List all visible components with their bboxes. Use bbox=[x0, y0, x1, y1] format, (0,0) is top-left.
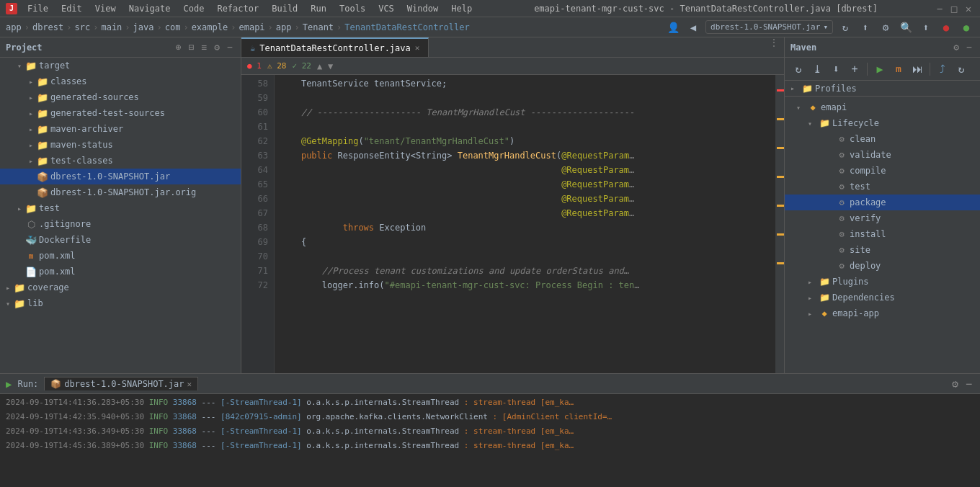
upload-icon[interactable]: ⬆ bbox=[858, 19, 873, 35]
tree-item-coverage[interactable]: ▸ 📁 coverage bbox=[0, 280, 241, 295]
tree-item-classes[interactable]: ▸ 📁 classes bbox=[0, 73, 241, 89]
minimize-button[interactable]: − bbox=[934, 3, 945, 14]
tree-item-gen-sources[interactable]: ▸ 📁 generated-sources bbox=[0, 89, 241, 105]
maven-item-site[interactable]: ⚙ site bbox=[785, 242, 980, 258]
maven-item-dependencies[interactable]: ▸ 📁 Dependencies bbox=[785, 290, 980, 305]
update-icon[interactable]: ⬆ bbox=[918, 19, 934, 35]
tree-item-test[interactable]: ▸ 📁 test bbox=[0, 200, 241, 216]
breadcrumb-tenant[interactable]: Tenant bbox=[303, 22, 334, 32]
tree-item-pomm[interactable]: m pom.xml bbox=[0, 248, 241, 264]
tree-item-gitignore[interactable]: ⬡ .gitignore bbox=[0, 216, 241, 232]
menu-build[interactable]: Build bbox=[266, 2, 303, 15]
nav-up-button[interactable]: ▲ bbox=[317, 61, 322, 71]
maven-item-compile[interactable]: ⚙ compile bbox=[785, 163, 980, 179]
tree-item-pom[interactable]: 📄 pom.xml bbox=[0, 264, 241, 280]
maven-item-deploy[interactable]: ⚙ deploy bbox=[785, 258, 980, 274]
breadcrumb-app2[interactable]: app bbox=[276, 22, 292, 32]
maven-close-icon[interactable]: − bbox=[964, 41, 974, 53]
menu-run[interactable]: Run bbox=[305, 2, 332, 15]
breadcrumb-java[interactable]: java bbox=[133, 22, 154, 32]
code-editor[interactable]: TenantService tenantService; // --------… bbox=[275, 75, 775, 373]
menu-file[interactable]: File bbox=[22, 2, 54, 15]
jar-selector[interactable]: dbrest-1.0-SNAPSHOT.jar ▾ bbox=[705, 20, 833, 34]
breadcrumb-controller[interactable]: TenantDataRestController bbox=[344, 22, 469, 32]
back-icon[interactable]: ◀ bbox=[685, 19, 701, 35]
editor-tab-controller[interactable]: ☕ TenantDataRestController.java ✕ bbox=[241, 37, 429, 57]
maven-item-test[interactable]: ⚙ test bbox=[785, 179, 980, 195]
maven-item-emapi-app[interactable]: ▸ ◆ emapi-app bbox=[785, 305, 980, 321]
settings-icon[interactable]: ⚙ bbox=[212, 41, 222, 53]
breadcrumb-src[interactable]: src bbox=[75, 22, 91, 32]
maven-settings-icon[interactable]: ⚙ bbox=[951, 41, 961, 53]
tree-item-jar2[interactable]: 📦 dbrest-1.0-SNAPSHOT.jar.orig bbox=[0, 184, 241, 200]
gutter-scroll bbox=[775, 75, 784, 373]
menu-code[interactable]: Code bbox=[178, 2, 210, 15]
run-settings-icon[interactable]: ⚙ bbox=[950, 377, 961, 391]
tree-item-maven-archiver[interactable]: ▸ 📁 maven-archiver bbox=[0, 121, 241, 137]
window-title: emapi-tenant-mgr-cust-svc - TenantDataRe… bbox=[479, 4, 932, 14]
breadcrumb-main[interactable]: main bbox=[101, 22, 122, 32]
maven-m-button[interactable]: m bbox=[891, 61, 906, 77]
menu-tools[interactable]: Tools bbox=[334, 2, 371, 15]
tree-item-dockerfile[interactable]: 🐳 Dockerfile bbox=[0, 232, 241, 248]
maven-item-plugins[interactable]: ▸ 📁 Plugins bbox=[785, 274, 980, 290]
java-file-icon: ☕ bbox=[250, 43, 255, 53]
color-icon[interactable]: ● bbox=[938, 19, 954, 35]
maven-nav-button[interactable]: ⤴ bbox=[935, 61, 950, 77]
maven-item-emapi[interactable]: ▾ ◆ emapi bbox=[785, 99, 980, 115]
user-icon[interactable]: 👤 bbox=[665, 19, 681, 35]
search-icon[interactable]: 🔍 bbox=[898, 19, 914, 35]
maven-add-button[interactable]: + bbox=[847, 61, 863, 77]
nav-down-button[interactable]: ▼ bbox=[328, 61, 333, 71]
breadcrumb-dbrest[interactable]: dbrest bbox=[32, 22, 63, 32]
tree-item-lib[interactable]: ▾ 📁 lib bbox=[0, 295, 241, 311]
config-icon[interactable]: ⚙ bbox=[878, 19, 894, 35]
maven-sync-button[interactable]: ⤓ bbox=[809, 61, 825, 77]
maximize-button[interactable]: □ bbox=[948, 3, 960, 14]
close-panel-icon[interactable]: − bbox=[225, 41, 235, 53]
breadcrumb-app[interactable]: app bbox=[6, 22, 22, 32]
tree-item-test-classes[interactable]: ▸ 📁 test-classes bbox=[0, 153, 241, 169]
menu-edit[interactable]: Edit bbox=[55, 2, 88, 15]
breadcrumb-emapi[interactable]: emapi bbox=[239, 22, 264, 32]
maven-item-install[interactable]: ⚙ install bbox=[785, 226, 980, 242]
tree-item-target[interactable]: ▾ 📁 target bbox=[0, 58, 241, 73]
maven-skip-button[interactable]: ⏭ bbox=[909, 61, 925, 77]
menu-help[interactable]: Help bbox=[445, 2, 478, 15]
tab-more-button[interactable]: ⋮ bbox=[764, 37, 784, 57]
run-close-icon[interactable]: − bbox=[963, 377, 974, 391]
collapse-all-icon[interactable]: ⊟ bbox=[187, 41, 197, 53]
maven-item-package[interactable]: ⚙ package bbox=[785, 195, 980, 210]
refresh-icon[interactable]: ↻ bbox=[837, 19, 853, 35]
tree-item-gen-test-sources[interactable]: ▸ 📁 generated-test-sources bbox=[0, 105, 241, 121]
maven-refresh-button[interactable]: ↻ bbox=[790, 61, 806, 77]
tree-item-jar1[interactable]: 📦 dbrest-1.0-SNAPSHOT.jar bbox=[0, 169, 241, 184]
menu-window[interactable]: Window bbox=[401, 2, 444, 15]
run-tab-close-button[interactable]: ✕ bbox=[187, 380, 192, 389]
editor-tab-close[interactable]: ✕ bbox=[415, 43, 420, 53]
menu-vcs[interactable]: VCS bbox=[373, 2, 400, 15]
tree-label-classes: classes bbox=[50, 76, 87, 86]
run-label: Run: bbox=[17, 379, 38, 389]
locate-icon[interactable]: ⊕ bbox=[174, 41, 184, 53]
maven-tree: ▾ ◆ emapi ▾ 📁 Lifecycle ⚙ clean bbox=[785, 97, 980, 373]
maven-item-clean[interactable]: ⚙ clean bbox=[785, 131, 980, 147]
maven-download-button[interactable]: ⬇ bbox=[828, 61, 844, 77]
project-title: Project bbox=[6, 43, 43, 53]
maven-item-validate[interactable]: ⚙ validate bbox=[785, 147, 980, 163]
maven-profiles-item[interactable]: ▸ 📁 Profiles bbox=[785, 81, 980, 97]
breadcrumb-example[interactable]: example bbox=[192, 22, 228, 32]
maven-item-lifecycle[interactable]: ▾ 📁 Lifecycle bbox=[785, 115, 980, 131]
filter-icon[interactable]: ≡ bbox=[200, 41, 210, 53]
breadcrumb-com[interactable]: com bbox=[165, 22, 181, 32]
menu-navigate[interactable]: Navigate bbox=[123, 2, 177, 15]
tree-item-maven-status[interactable]: ▸ 📁 maven-status bbox=[0, 137, 241, 153]
maven-run-button[interactable]: ▶ bbox=[872, 61, 888, 77]
close-button[interactable]: ✕ bbox=[963, 3, 974, 14]
maven-item-verify[interactable]: ⚙ verify bbox=[785, 210, 980, 226]
maven-expand-button[interactable]: ↻ bbox=[953, 61, 969, 77]
run-tab[interactable]: 📦 dbrest-1.0-SNAPSHOT.jar ✕ bbox=[44, 377, 198, 390]
menu-refactor[interactable]: Refactor bbox=[211, 2, 264, 15]
menu-view[interactable]: View bbox=[89, 2, 122, 15]
circle-icon[interactable]: ● bbox=[958, 19, 974, 35]
